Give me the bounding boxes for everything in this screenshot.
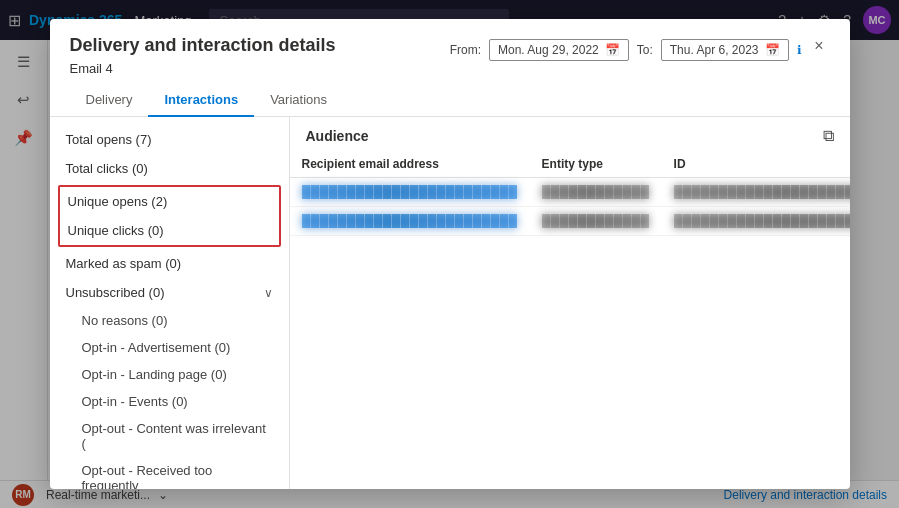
tab-delivery[interactable]: Delivery [70, 84, 149, 117]
calendar-to-icon: 📅 [765, 43, 780, 57]
modal-title: Delivery and interaction details [70, 35, 336, 56]
row2-entity: ████████████ [542, 214, 650, 228]
info-icon[interactable]: ℹ [797, 43, 802, 57]
col-entity-type: Entity type [530, 151, 662, 178]
subitem-optin-landing[interactable]: Opt-in - Landing page (0) [66, 361, 289, 388]
metric-total-clicks-label: Total clicks (0) [66, 161, 148, 176]
audience-table-container[interactable]: Recipient email address Entity type ID J… [290, 151, 850, 489]
metric-unique-clicks[interactable]: Unique clicks (0) [60, 216, 279, 245]
audience-panel: Audience ⧉ Recipient email address Entit… [290, 117, 850, 489]
row1-id: ███████████████████████████████ [674, 185, 850, 199]
row2-email: ████████████████████████ [302, 214, 518, 228]
subitem-optout-frequent[interactable]: Opt-out - Received too frequently [66, 457, 289, 489]
table-copy-icon[interactable]: ⧉ [823, 127, 834, 145]
modal-header: Delivery and interaction details From: M… [50, 19, 850, 57]
metric-unsubscribed[interactable]: Unsubscribed (0) ∨ [50, 278, 289, 307]
modal-subtitle: Email 4 [50, 57, 850, 84]
subitem-optout-irrelevant[interactable]: Opt-out - Content was irrelevant ( [66, 415, 289, 457]
unsubscribed-subitems: No reasons (0) Opt-in - Advertisement (0… [50, 307, 289, 489]
calendar-from-icon: 📅 [605, 43, 620, 57]
close-button[interactable]: × [808, 35, 829, 57]
metric-unique-opens[interactable]: Unique opens (2) [60, 187, 279, 216]
tab-interactions[interactable]: Interactions [148, 84, 254, 117]
from-label: From: [450, 43, 481, 57]
to-label: To: [637, 43, 653, 57]
metric-spam-label: Marked as spam (0) [66, 256, 182, 271]
date-to-value: Thu. Apr 6, 2023 [670, 43, 759, 57]
metric-unsubscribed-label: Unsubscribed (0) [66, 285, 165, 300]
metric-total-opens[interactable]: Total opens (7) [50, 125, 289, 154]
subitem-no-reasons[interactable]: No reasons (0) [66, 307, 289, 334]
modal-body: Total opens (7) Total clicks (0) Unique … [50, 117, 850, 489]
col-email: Recipient email address [290, 151, 530, 178]
modal-overlay: Delivery and interaction details From: M… [0, 0, 899, 508]
table-row: ████████████████████████ ████████████ ██… [290, 207, 850, 236]
modal-tabs: Delivery Interactions Variations [50, 84, 850, 117]
date-to-input[interactable]: Thu. Apr 6, 2023 📅 [661, 39, 789, 61]
audience-header: Audience ⧉ [290, 117, 850, 151]
audience-title: Audience [306, 128, 369, 144]
metrics-panel: Total opens (7) Total clicks (0) Unique … [50, 117, 290, 489]
date-range: From: Mon. Aug 29, 2022 📅 To: Thu. Apr 6… [450, 39, 802, 61]
metric-total-opens-label: Total opens (7) [66, 132, 152, 147]
modal: Delivery and interaction details From: M… [50, 19, 850, 489]
metric-total-clicks[interactable]: Total clicks (0) [50, 154, 289, 183]
date-from-value: Mon. Aug 29, 2022 [498, 43, 599, 57]
tab-variations[interactable]: Variations [254, 84, 343, 117]
expand-icon: ∨ [264, 286, 273, 300]
metric-unique-clicks-label: Unique clicks (0) [68, 223, 164, 238]
subitem-optin-ad[interactable]: Opt-in - Advertisement (0) [66, 334, 289, 361]
audience-table: Recipient email address Entity type ID J… [290, 151, 850, 236]
date-from-input[interactable]: Mon. Aug 29, 2022 📅 [489, 39, 629, 61]
table-row: ████████████████████████ ████████████ ██… [290, 178, 850, 207]
metric-spam[interactable]: Marked as spam (0) [50, 249, 289, 278]
row1-entity: ████████████ [542, 185, 650, 199]
table-header-row: Recipient email address Entity type ID J… [290, 151, 850, 178]
metric-unique-opens-label: Unique opens (2) [68, 194, 168, 209]
row1-email: ████████████████████████ [302, 185, 518, 199]
col-id: ID [662, 151, 850, 178]
row2-id: ███████████████████████████████ [674, 214, 850, 228]
subitem-optin-events[interactable]: Opt-in - Events (0) [66, 388, 289, 415]
